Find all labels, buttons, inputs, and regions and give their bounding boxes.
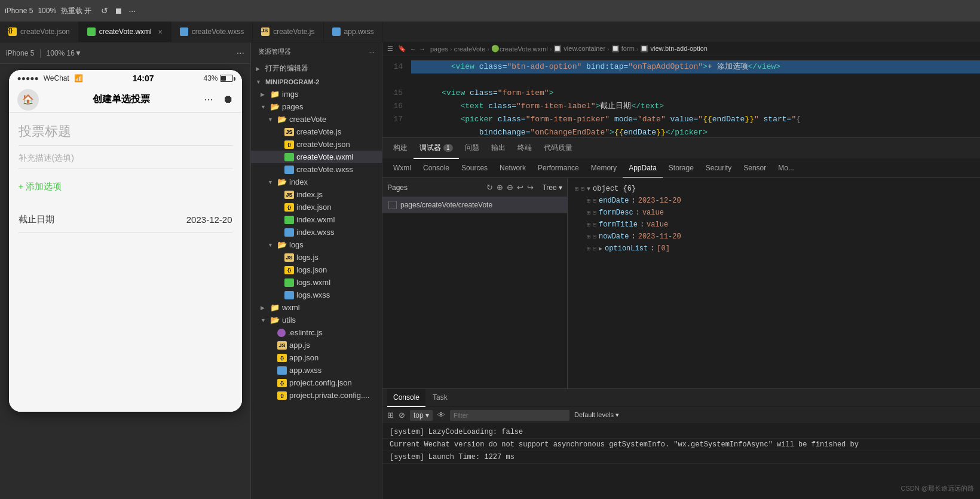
- folder-pages[interactable]: ▼ 📂 pages: [251, 100, 382, 113]
- console-top-selector[interactable]: top ▾: [410, 410, 433, 421]
- file-app-wxss[interactable]: ▶ app.wxss: [251, 364, 382, 376]
- tab-createVote-js[interactable]: JS createVote.js: [253, 22, 323, 42]
- form-desc-input[interactable]: 补充描述(选填): [19, 153, 232, 169]
- expand-btn2[interactable]: ⊟: [593, 233, 596, 240]
- tab-app-wxss[interactable]: app.wxss: [324, 22, 383, 42]
- bookmark-icon[interactable]: 🔖: [398, 45, 406, 53]
- file-index-json[interactable]: ▶ {} index.json: [251, 201, 382, 213]
- folder-createVote[interactable]: ▼ 📂 createVote: [251, 113, 382, 125]
- miniprogram-section[interactable]: ▼ MINIPROGRAM-2: [251, 76, 382, 88]
- subtab-appdata[interactable]: AppData: [623, 159, 663, 178]
- devtools-tab-terminal[interactable]: 终端: [512, 138, 538, 159]
- collapse-icon[interactable]: ⊖: [507, 183, 513, 192]
- subtab-network[interactable]: Network: [494, 159, 532, 178]
- devtools-tab-debugger[interactable]: 调试器 1: [414, 138, 459, 159]
- home-icon[interactable]: 🏠: [17, 89, 39, 111]
- subtab-more[interactable]: Mo...: [772, 159, 800, 178]
- end-date-value[interactable]: 2023-12-20: [186, 215, 232, 225]
- expand-btn[interactable]: ⊞: [587, 233, 590, 240]
- folder-logs[interactable]: ▼ 📂 logs: [251, 238, 382, 251]
- file-index-js[interactable]: ▶ JS index.js: [251, 188, 382, 201]
- redo-icon[interactable]: ↪: [527, 183, 534, 192]
- record-icon[interactable]: ⏺: [223, 93, 234, 106]
- file-index-wxss[interactable]: ▶ index.wxss: [251, 226, 382, 238]
- file-createVote-json[interactable]: ▶ {} createVote.json: [251, 138, 382, 151]
- devtools-tab-output[interactable]: 输出: [485, 138, 512, 159]
- expand-btn[interactable]: ⊞: [587, 221, 590, 228]
- devtools-tab-issues[interactable]: 问题: [459, 138, 485, 159]
- file-logs-json[interactable]: ▶ {} logs.json: [251, 264, 382, 276]
- hamburger-icon[interactable]: ☰: [387, 45, 393, 53]
- tab-createVote-wxss[interactable]: createVote.wxss: [172, 22, 253, 42]
- forward-icon[interactable]: →: [419, 45, 425, 53]
- expand-btn2[interactable]: ⊟: [593, 197, 596, 204]
- list-toggle[interactable]: ▶: [599, 245, 602, 252]
- file-project-config[interactable]: ▶ {} project.config.json: [251, 376, 382, 389]
- phone-topbar-more[interactable]: ···: [237, 48, 244, 59]
- tree-dropdown-btn[interactable]: Tree ▾: [542, 183, 562, 192]
- console-tab-console[interactable]: Console: [387, 389, 425, 407]
- console-tab-task[interactable]: Task: [427, 389, 454, 407]
- devtools-tab-build[interactable]: 构建: [387, 138, 414, 159]
- undo-icon[interactable]: ↺: [101, 6, 108, 16]
- undo-icon[interactable]: ↩: [517, 183, 523, 192]
- devtools-tab-quality[interactable]: 代码质量: [538, 138, 578, 159]
- form-title-input[interactable]: 投票标题: [19, 123, 232, 146]
- subtab-memory[interactable]: Memory: [585, 159, 623, 178]
- file-eslintrc[interactable]: ▶ .eslintrc.js: [251, 326, 382, 339]
- file-logs-js[interactable]: ▶ JS logs.js: [251, 251, 382, 264]
- back-icon[interactable]: ←: [410, 45, 416, 53]
- expand-btn2[interactable]: ⊟: [593, 245, 596, 252]
- subtab-security[interactable]: Security: [700, 159, 737, 178]
- console-filter-input[interactable]: [450, 410, 569, 421]
- expand-btn2[interactable]: ⊟: [593, 209, 596, 216]
- more-icon[interactable]: ···: [128, 6, 136, 16]
- collapse-toggle[interactable]: ▼: [587, 186, 590, 192]
- page-item-createVote[interactable]: pages/createVote/createVote: [382, 197, 567, 213]
- console-default-levels[interactable]: Default levels ▾: [574, 411, 619, 419]
- console-block-icon[interactable]: ⊘: [399, 411, 405, 420]
- file-createVote-wxss[interactable]: ▶ createVote.wxss: [251, 163, 382, 176]
- folder-imgs[interactable]: ▶ 📁 imgs: [251, 88, 382, 100]
- device-selector[interactable]: iPhone 5: [5, 7, 33, 15]
- hot-reload[interactable]: 热重载 开: [61, 6, 91, 16]
- code-lines[interactable]: <view class="btn-add-option" bind:tap="o…: [406, 56, 980, 137]
- folder-wxml[interactable]: ▶ 📁 wxml: [251, 301, 382, 314]
- tab-createVote-wxml[interactable]: createVote.wxml ✕: [79, 22, 172, 42]
- expand-btn2[interactable]: ⊟: [593, 221, 596, 228]
- expand-icon[interactable]: ⊕: [497, 183, 503, 192]
- expand-btn[interactable]: ⊞: [587, 197, 590, 204]
- file-app-js[interactable]: ▶ JS app.js: [251, 339, 382, 351]
- file-app-json[interactable]: ▶ {} app.json: [251, 351, 382, 364]
- file-tree-more[interactable]: ···: [369, 48, 375, 56]
- add-option-btn[interactable]: + 添加选项: [19, 181, 232, 192]
- expand-obj-btn2[interactable]: ⊟: [581, 185, 584, 192]
- chevron-icon: ▼: [256, 79, 263, 85]
- folder-index[interactable]: ▼ 📂 index: [251, 176, 382, 188]
- subtab-storage[interactable]: Storage: [663, 159, 700, 178]
- file-logs-wxml[interactable]: ▶ logs.wxml: [251, 276, 382, 289]
- console-eye-icon[interactable]: 👁: [437, 411, 445, 420]
- open-editors-section[interactable]: ▶ 打开的编辑器: [251, 61, 382, 76]
- file-project-private[interactable]: ▶ {} project.private.config....: [251, 389, 382, 402]
- subtab-sensor[interactable]: Sensor: [737, 159, 772, 178]
- file-tree-header: 资源管理器 ···: [251, 42, 382, 61]
- expand-btn[interactable]: ⊞: [587, 209, 590, 216]
- file-createVote-js[interactable]: ▶ JS createVote.js: [251, 125, 382, 138]
- menu-dots-icon[interactable]: ···: [204, 93, 213, 106]
- folder-utils[interactable]: ▼ 📂 utils: [251, 314, 382, 326]
- file-index-wxml[interactable]: ▶ index.wxml: [251, 213, 382, 226]
- expand-btn[interactable]: ⊞: [587, 245, 590, 252]
- tab-close-btn[interactable]: ✕: [158, 29, 163, 35]
- file-logs-wxss[interactable]: ▶ logs.wxss: [251, 289, 382, 301]
- subtab-console[interactable]: Console: [417, 159, 455, 178]
- tab-createVote-json[interactable]: {} createVote.json: [0, 22, 79, 42]
- refresh-icon[interactable]: ↻: [486, 183, 493, 192]
- stop-icon[interactable]: ⏹: [114, 6, 122, 16]
- file-createVote-wxml[interactable]: ▶ createVote.wxml: [251, 151, 382, 163]
- subtab-performance[interactable]: Performance: [532, 159, 585, 178]
- console-sidebar-icon[interactable]: ⊞: [387, 411, 394, 420]
- expand-obj-btn[interactable]: ⊞: [575, 185, 578, 192]
- subtab-wxml[interactable]: Wxml: [387, 159, 417, 178]
- subtab-sources[interactable]: Sources: [455, 159, 494, 178]
